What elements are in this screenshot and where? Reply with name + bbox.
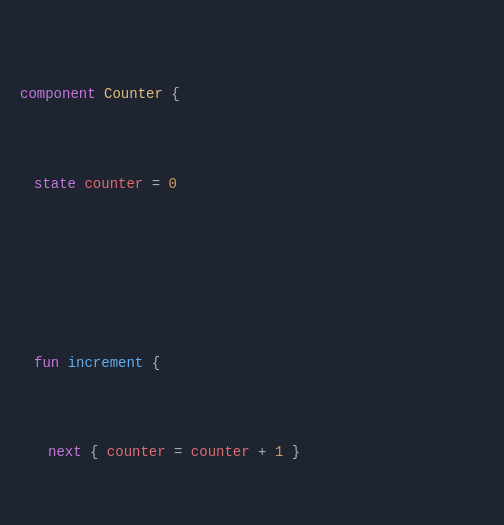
keyword-state: state	[20, 173, 76, 195]
code-editor: component Counter { state counter = 0 fu…	[0, 0, 504, 525]
keyword-component: component	[20, 83, 96, 105]
line-4: next { counter = counter + 1 }	[20, 441, 484, 463]
keyword-next-1: next	[20, 441, 82, 463]
line-1: component Counter {	[20, 83, 484, 105]
number-zero: 0	[168, 173, 176, 195]
var-counter-3: counter	[191, 441, 250, 463]
line-blank-1	[20, 262, 484, 284]
keyword-fun-1: fun	[20, 352, 59, 374]
fn-increment: increment	[68, 352, 144, 374]
class-name: Counter	[104, 83, 163, 105]
var-counter: counter	[84, 173, 143, 195]
line-2: state counter = 0	[20, 173, 484, 195]
line-3: fun increment {	[20, 352, 484, 374]
number-one-1: 1	[275, 441, 283, 463]
var-counter-2: counter	[107, 441, 166, 463]
